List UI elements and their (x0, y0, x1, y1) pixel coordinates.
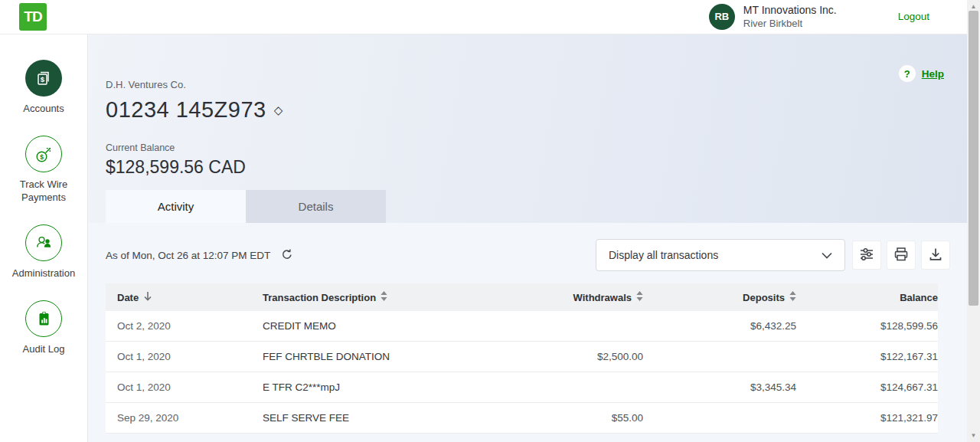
sort-updown-icon (381, 291, 387, 303)
download-icon (927, 246, 944, 265)
cell-deposit: $3,345.34 (643, 381, 796, 393)
company-name: D.H. Ventures Co. (106, 79, 967, 90)
main-area: ? Help D.H. Ventures Co. 01234 145Z973 ◇… (89, 34, 967, 442)
cell-withdrawal: $55.00 (501, 412, 643, 424)
help-link[interactable]: Help (922, 68, 944, 80)
download-button[interactable] (921, 241, 950, 270)
cell-date: Oct 1, 2020 (106, 381, 263, 393)
cell-deposit: $6,432.25 (643, 320, 796, 332)
account-selector-icon[interactable]: ◇ (274, 104, 283, 116)
tab-activity[interactable]: Activity (106, 190, 246, 223)
sidebar: $ Accounts $ Track Wire Payments Adminis… (0, 34, 88, 442)
sidebar-item-label: Administration (8, 267, 79, 280)
account-number: 01234 145Z973 (106, 97, 266, 123)
scroll-down-icon[interactable]: ▼ (967, 432, 980, 439)
sidebar-item-label: Track Wire Payments (8, 178, 79, 204)
sidebar-item-label: Audit Log (8, 343, 79, 355)
tab-bar: Activity Details (106, 190, 386, 223)
sidebar-item-administration[interactable]: Administration (8, 224, 79, 280)
transactions-table: Date Transaction Description (106, 283, 938, 434)
cell-balance: $128,599.56 (796, 320, 938, 332)
print-button[interactable] (887, 241, 916, 270)
td-logo-text: TD (24, 8, 41, 25)
user-name: River Birkbelt (743, 18, 837, 31)
sliders-icon (858, 246, 875, 265)
filter-settings-button[interactable] (852, 241, 881, 270)
as-of-timestamp: As of Mon, Oct 26 at 12:07 PM EDT (106, 250, 270, 261)
svg-text:$: $ (41, 75, 45, 83)
balance-value: $128,599.56 CAD (106, 157, 967, 178)
table-row[interactable]: Oct 1, 2020 FEF CHRTBLE DONATION $2,500.… (106, 342, 938, 372)
cell-date: Sep 29, 2020 (106, 412, 263, 424)
refresh-icon (281, 248, 293, 263)
avatar[interactable]: RB (709, 4, 735, 30)
accounts-icon: $ (25, 60, 62, 97)
sidebar-item-track-wire-payments[interactable]: $ Track Wire Payments (8, 136, 79, 204)
sort-descending-icon (143, 291, 152, 304)
column-header-balance: Balance (796, 292, 938, 303)
administration-icon (25, 224, 62, 261)
cell-description: CREDIT MEMO (263, 320, 501, 332)
activity-panel: As of Mon, Oct 26 at 12:07 PM EDT Displa… (89, 223, 967, 442)
table-row[interactable]: Oct 1, 2020 E TFR C2***mpJ $3,345.34 $12… (106, 372, 938, 403)
sort-updown-icon (636, 291, 643, 303)
scrollbar-thumb[interactable] (969, 11, 978, 306)
audit-log-icon (25, 300, 62, 337)
table-row[interactable]: Oct 2, 2020 CREDIT MEMO $6,432.25 $128,5… (106, 311, 938, 342)
cell-balance: $122,167.31 (796, 351, 938, 362)
sort-updown-icon (789, 291, 796, 303)
vertical-scrollbar[interactable]: ▲ ▼ (967, 0, 980, 442)
refresh-button[interactable] (281, 248, 293, 263)
table-row[interactable]: Sep 29, 2020 SELF SERVE FEE $55.00 $121,… (106, 403, 938, 434)
column-header-description[interactable]: Transaction Description (263, 291, 501, 303)
toolbar-right: Display all transactions (596, 239, 950, 271)
help-question-icon[interactable]: ? (899, 65, 916, 82)
toolbar: As of Mon, Oct 26 at 12:07 PM EDT Displa… (106, 239, 950, 271)
td-logo[interactable]: TD (19, 3, 47, 31)
logout-link[interactable]: Logout (898, 11, 929, 22)
account-hero: ? Help D.H. Ventures Co. 01234 145Z973 ◇… (89, 34, 967, 223)
user-block: MT Innovations Inc. River Birkbelt (743, 3, 837, 30)
track-wire-icon: $ (25, 136, 62, 172)
help-row: ? Help (899, 65, 944, 82)
header-right: RB MT Innovations Inc. River Birkbelt Lo… (709, 3, 929, 30)
tab-details[interactable]: Details (246, 190, 386, 223)
cell-withdrawal: $2,500.00 (501, 351, 643, 362)
chevron-down-icon (822, 252, 832, 259)
top-header: TD RB MT Innovations Inc. River Birkbelt… (0, 0, 967, 34)
org-name: MT Innovations Inc. (743, 3, 837, 17)
svg-text:$: $ (40, 152, 44, 160)
transaction-filter-value: Display all transactions (609, 249, 718, 261)
avatar-initials: RB (714, 11, 729, 22)
cell-date: Oct 2, 2020 (106, 320, 263, 332)
balance-label: Current Balance (106, 142, 967, 153)
cell-date: Oct 1, 2020 (106, 351, 263, 362)
cell-description: E TFR C2***mpJ (263, 381, 501, 393)
column-header-withdrawals[interactable]: Withdrawals (501, 291, 643, 303)
sidebar-item-accounts[interactable]: $ Accounts (8, 60, 79, 115)
cell-description: SELF SERVE FEE (263, 412, 501, 424)
cell-balance: $124,667.31 (796, 381, 938, 393)
sidebar-item-audit-log[interactable]: Audit Log (8, 300, 79, 355)
printer-icon (893, 246, 910, 265)
scroll-up-icon[interactable]: ▲ (967, 3, 980, 10)
table-header-row: Date Transaction Description (106, 283, 938, 311)
cell-description: FEF CHRTBLE DONATION (263, 351, 501, 362)
column-header-deposits[interactable]: Deposits (643, 291, 796, 303)
transaction-filter-dropdown[interactable]: Display all transactions (596, 239, 845, 271)
sidebar-item-label: Accounts (8, 103, 79, 115)
cell-balance: $121,321.97 (796, 412, 938, 424)
column-header-date[interactable]: Date (106, 291, 263, 304)
